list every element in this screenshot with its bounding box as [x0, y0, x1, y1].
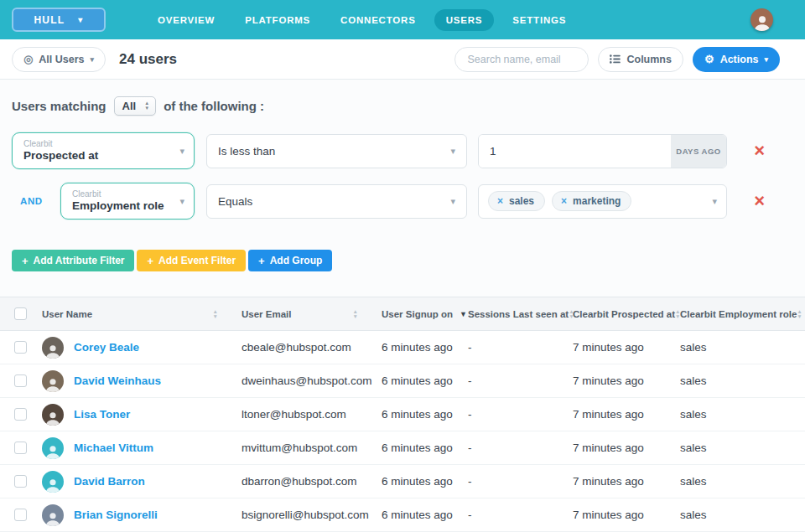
user-avatar — [42, 337, 64, 359]
filter-row: Clearbit Prospected at ▾ Is less than ▾ … — [12, 132, 793, 169]
operator-label: Is less than — [218, 145, 275, 158]
user-name-link[interactable]: Lisa Toner — [74, 408, 130, 421]
select-arrows-icon: ▲▼ — [144, 101, 149, 111]
user-last-seen: - — [468, 374, 573, 387]
attribute-select[interactable]: Clearbit Employment role ▾ — [60, 183, 195, 220]
person-icon — [44, 343, 61, 359]
table-header: User Name ▲▼ User Email ▲▼ User Signup o… — [0, 297, 805, 331]
search-input[interactable] — [454, 47, 589, 72]
users-table: User Name ▲▼ User Email ▲▼ User Signup o… — [0, 297, 805, 532]
add-group-button[interactable]: + Add Group — [248, 250, 332, 271]
add-event-filter-button[interactable]: + Add Event Filter — [137, 250, 246, 271]
user-name-link[interactable]: David Barron — [74, 475, 145, 488]
segment-selector-button[interactable]: ◎ All Users ▾ — [12, 47, 106, 72]
and-label: AND — [12, 196, 60, 206]
table-row: Michael Vittum mvittum@hubspot.com 6 min… — [0, 431, 805, 465]
user-last-seen: - — [468, 341, 573, 354]
user-avatar — [42, 504, 64, 526]
chevron-down-icon: ▾ — [450, 196, 455, 207]
user-avatar — [42, 471, 64, 493]
filter-builder: Users matching All ▲▼ of the following :… — [0, 80, 805, 297]
actions-button[interactable]: ⚙ Actions ▾ — [693, 47, 780, 72]
user-last-seen: - — [468, 509, 573, 521]
actions-label: Actions — [720, 54, 759, 65]
sort-desc-icon[interactable]: ▼ — [460, 310, 467, 318]
table-row: Lisa Toner ltoner@hubspot.com 6 minutes … — [0, 398, 805, 431]
columns-button[interactable]: Columns — [598, 47, 683, 72]
filter-row: AND Clearbit Employment role ▾ Equals ▾ … — [12, 183, 793, 220]
chevron-down-icon: ▾ — [179, 196, 184, 207]
value-unit-label: DAYS AGO — [671, 135, 726, 168]
user-email: bsignorelli@hubspot.com — [242, 509, 382, 521]
user-name-link[interactable]: Michael Vittum — [74, 442, 153, 454]
column-header-sessions: Sessions Last seen at ▲▼ — [468, 309, 573, 319]
brand-menu-button[interactable]: HULL ▾ — [12, 8, 106, 32]
user-prospected: 7 minutes ago — [573, 509, 680, 521]
account-avatar[interactable] — [750, 8, 773, 31]
column-header-email: User Email ▲▼ — [242, 309, 382, 319]
filter-value-box: DAYS AGO — [478, 134, 727, 168]
person-icon — [44, 478, 61, 493]
column-header-signup: User Signup on ▼ — [382, 309, 468, 319]
row-checkbox[interactable] — [14, 475, 27, 488]
matching-row: Users matching All ▲▼ of the following : — [12, 96, 793, 116]
column-header-prospected: Clearbit Prospected at ▲▼ — [573, 309, 680, 319]
nav-item-settings[interactable]: SETTINGS — [501, 9, 578, 31]
user-name-link[interactable]: David Weinhaus — [74, 374, 161, 387]
filter-value-input[interactable] — [479, 135, 671, 168]
matching-select-value: All — [122, 100, 137, 112]
attribute-group-label: Clearbit — [72, 189, 179, 199]
nav-item-platforms[interactable]: PLATFORMS — [233, 9, 322, 31]
sort-toggle-icon[interactable]: ▲▼ — [353, 309, 358, 319]
table-row: Corey Beale cbeale@hubspot.com 6 minutes… — [0, 331, 805, 364]
sort-toggle-icon[interactable]: ▲▼ — [213, 309, 218, 319]
user-prospected: 7 minutes ago — [573, 442, 680, 454]
row-checkbox[interactable] — [14, 408, 27, 421]
row-checkbox[interactable] — [14, 374, 27, 387]
remove-filter-button[interactable]: × — [754, 192, 765, 210]
operator-select[interactable]: Equals ▾ — [206, 184, 467, 219]
chevron-down-icon: ▾ — [179, 146, 184, 157]
list-icon — [610, 54, 621, 64]
main-nav: OVERVIEW PLATFORMS CONNECTORS USERS SETT… — [146, 9, 578, 31]
add-attribute-filter-button[interactable]: + Add Attribute Filter — [12, 250, 134, 271]
user-role: sales — [680, 374, 805, 387]
app: HULL ▾ OVERVIEW PLATFORMS CONNECTORS USE… — [0, 0, 805, 532]
user-name-link[interactable]: Corey Beale — [74, 341, 139, 354]
segment-label: All Users — [39, 54, 84, 65]
person-icon — [44, 377, 61, 392]
column-header-role: Clearbit Employment role ▲▼ — [680, 309, 805, 319]
nav-item-overview[interactable]: OVERVIEW — [146, 9, 226, 31]
tags-input[interactable]: × sales × marketing ▾ — [478, 184, 727, 219]
matching-select[interactable]: All ▲▼ — [114, 96, 157, 116]
user-prospected: 7 minutes ago — [573, 408, 680, 421]
row-checkbox[interactable] — [14, 509, 27, 521]
remove-tag-icon[interactable]: × — [561, 196, 567, 206]
operator-select[interactable]: Is less than ▾ — [206, 134, 467, 168]
user-email: mvittum@hubspot.com — [242, 442, 382, 454]
user-signup: 6 minutes ago — [382, 509, 468, 521]
nav-item-connectors[interactable]: CONNECTORS — [329, 9, 428, 31]
attribute-group-label: Clearbit — [23, 139, 179, 149]
user-avatar — [42, 437, 64, 459]
toolbar: ◎ All Users ▾ 24 users Columns ⚙ Actions… — [0, 39, 805, 80]
sort-toggle-icon[interactable]: ▲▼ — [797, 309, 802, 319]
operator-label: Equals — [218, 195, 252, 208]
caret-down-icon: ▾ — [91, 55, 95, 64]
user-role: sales — [680, 408, 805, 421]
user-name-link[interactable]: Brian Signorelli — [74, 509, 158, 521]
remove-tag-icon[interactable]: × — [497, 196, 503, 206]
toolbar-right: Columns ⚙ Actions ▾ — [454, 47, 780, 72]
columns-label: Columns — [626, 54, 671, 65]
row-checkbox[interactable] — [14, 341, 27, 354]
person-icon — [44, 411, 61, 426]
row-checkbox[interactable] — [14, 442, 27, 454]
attribute-select[interactable]: Clearbit Prospected at ▾ — [12, 132, 195, 169]
table-row: David Weinhaus dweinhaus@hubspot.com 6 m… — [0, 364, 805, 398]
select-all-checkbox[interactable] — [14, 307, 27, 320]
remove-filter-button[interactable]: × — [754, 142, 765, 160]
filter-buttons: + Add Attribute Filter + Add Event Filte… — [12, 250, 793, 271]
nav-item-users[interactable]: USERS — [434, 9, 495, 31]
gear-icon: ⚙ — [704, 54, 714, 65]
user-email: cbeale@hubspot.com — [242, 341, 382, 354]
